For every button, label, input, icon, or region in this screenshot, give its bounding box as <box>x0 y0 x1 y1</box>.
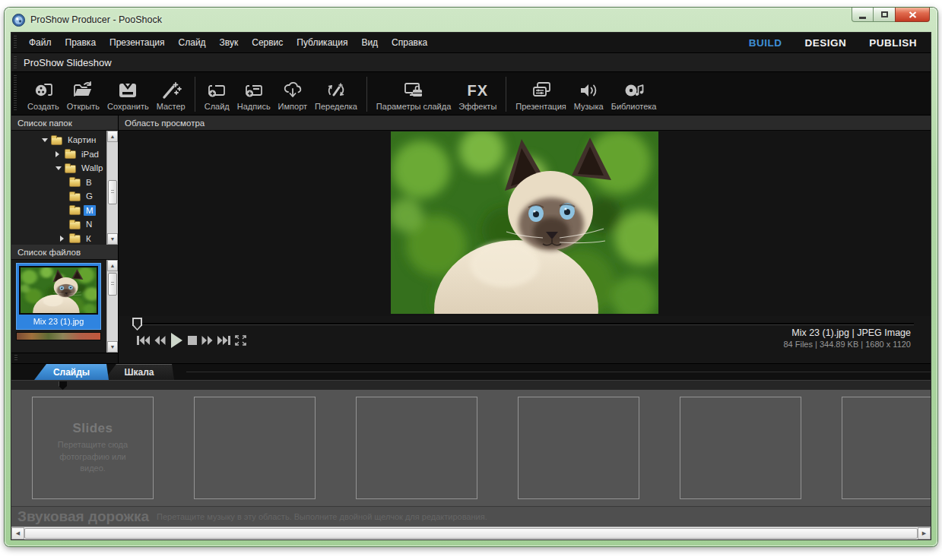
tool-label: Надпись <box>237 102 271 111</box>
menu-publish[interactable]: Публикация <box>290 34 354 51</box>
file-item-selected[interactable]: Mix 23 (1).jpg <box>16 263 101 330</box>
menu-tools[interactable]: Сервис <box>245 34 290 51</box>
scroll-thumb[interactable] <box>24 528 918 539</box>
menu-slide[interactable]: Слайд <box>172 34 213 51</box>
mode-publish[interactable]: PUBLISH <box>869 37 917 49</box>
expander-open-icon[interactable] <box>56 166 63 170</box>
mode-build[interactable]: BUILD <box>749 37 782 49</box>
window-title: ProShow Producer - PooShock <box>30 14 162 25</box>
titlebar[interactable]: ProShow Producer - PooShock <box>5 8 937 32</box>
tool-label: Презентация <box>515 102 566 111</box>
slide-placeholder-5[interactable] <box>680 397 801 499</box>
file-item-partial[interactable] <box>16 332 101 340</box>
scroll-right-icon[interactable]: ▶ <box>918 527 931 539</box>
file-list[interactable]: Mix 23 (1).jpg ▲ ▼ <box>11 260 118 353</box>
save-button[interactable]: Сохранить <box>103 78 153 112</box>
scroll-left-icon[interactable]: ◀ <box>11 527 24 539</box>
main-content: Файл Правка Презентация Слайд Звук Серви… <box>11 32 931 540</box>
maximize-button[interactable] <box>874 8 895 22</box>
maximize-icon <box>881 11 888 17</box>
soundtrack-area[interactable]: Звуковая дорожка Перетащите музыку в эту… <box>11 506 931 527</box>
menu-help[interactable]: Справка <box>385 34 434 51</box>
expander-closed-icon[interactable] <box>56 151 63 157</box>
slide-options-icon <box>402 80 425 101</box>
close-button[interactable] <box>895 8 930 22</box>
tab-slides[interactable]: Слайды <box>34 364 109 380</box>
minimize-icon <box>859 17 866 19</box>
fullscreen-button[interactable] <box>235 335 246 346</box>
slides-placeholder-title: Slides <box>72 421 113 436</box>
tree-item-selected[interactable]: M <box>11 204 118 218</box>
new-show-button[interactable]: Создать <box>24 78 63 112</box>
scroll-thumb[interactable] <box>108 273 117 296</box>
menu-edit[interactable]: Правка <box>59 34 103 51</box>
menu-audio[interactable]: Звук <box>213 34 246 51</box>
mode-switcher: BUILD DESIGN PUBLISH <box>749 37 931 49</box>
scroll-down-icon[interactable]: ▼ <box>107 341 118 353</box>
show-options-button[interactable]: Презентация <box>512 78 569 112</box>
folder-icon <box>69 221 81 229</box>
scroll-up-icon[interactable]: ▲ <box>107 260 118 271</box>
panel-resize-grip[interactable] <box>11 353 118 363</box>
add-slide-button[interactable]: Слайд <box>201 78 233 112</box>
open-button[interactable]: Открыть <box>63 78 103 112</box>
folder-icon <box>69 179 81 187</box>
tree-item[interactable]: Картин <box>11 133 118 147</box>
scroll-thumb[interactable] <box>108 180 117 204</box>
fast-forward-button[interactable] <box>201 335 213 346</box>
seek-bar[interactable] <box>135 323 914 325</box>
slide-options-button[interactable]: Параметры слайда <box>373 78 455 112</box>
show-options-icon <box>530 80 553 101</box>
scroll-up-icon[interactable]: ▲ <box>107 131 118 142</box>
slide-placeholder-2[interactable] <box>194 397 316 499</box>
tree-item[interactable]: G <box>11 189 118 204</box>
stop-button[interactable] <box>188 336 197 345</box>
tree-item[interactable]: iPad <box>11 147 118 162</box>
mode-design[interactable]: DESIGN <box>804 37 846 49</box>
tree-item[interactable]: N <box>11 217 118 232</box>
slide-placeholder-6[interactable] <box>842 397 931 499</box>
expander-closed-icon[interactable] <box>60 236 68 242</box>
tree-item[interactable]: B <box>11 176 118 190</box>
horizontal-scrollbar[interactable]: ◀ ▶ <box>11 527 931 539</box>
seek-handle[interactable] <box>132 318 142 331</box>
slides-placeholder-hint: Перетащите сюда фотографию или видео. <box>47 439 138 476</box>
play-button[interactable] <box>170 333 183 348</box>
effects-button[interactable]: FX Эффекты <box>455 78 500 112</box>
slide-position-marker[interactable] <box>59 381 67 390</box>
rewind-button[interactable] <box>154 335 166 346</box>
tool-label: Библиотека <box>611 102 657 111</box>
expander-open-icon[interactable] <box>42 138 49 142</box>
minimize-button[interactable] <box>852 8 874 22</box>
wizard-button[interactable]: Мастер <box>153 78 189 112</box>
remix-button[interactable]: Переделка <box>311 78 361 112</box>
tool-label: Музыка <box>574 102 604 111</box>
slide-placeholder-1[interactable]: Slides Перетащите сюда фотографию или ви… <box>32 397 154 499</box>
workspace: Список папок Картин iPad <box>11 115 931 363</box>
import-button[interactable]: Импорт <box>274 78 311 112</box>
music-button[interactable]: Музыка <box>570 78 607 112</box>
tree-item[interactable]: К <box>11 232 118 245</box>
slide-list: Slides Перетащите сюда фотографию или ви… <box>11 390 931 506</box>
slide-placeholder-4[interactable] <box>518 397 639 499</box>
add-caption-icon <box>243 80 265 101</box>
menu-show[interactable]: Презентация <box>103 34 172 51</box>
open-icon <box>71 80 94 101</box>
folder-tree[interactable]: Картин iPad Wallp B <box>11 131 118 245</box>
tree-item[interactable]: Wallp <box>11 161 118 176</box>
tab-timeline[interactable]: Шкала <box>104 364 174 380</box>
file-list-scrollbar[interactable]: ▲ ▼ <box>106 260 118 353</box>
skip-end-button[interactable] <box>217 335 230 346</box>
folder-tree-scrollbar[interactable]: ▲ ▼ <box>106 131 118 245</box>
scroll-down-icon[interactable]: ▼ <box>107 233 118 245</box>
skip-start-button[interactable] <box>137 335 150 346</box>
save-icon <box>116 80 139 101</box>
fx-icon: FX <box>468 80 489 101</box>
menu-view[interactable]: Вид <box>354 34 385 51</box>
library-button[interactable]: Библиотека <box>607 78 661 112</box>
left-panel: Список папок Картин iPad <box>11 115 119 363</box>
add-caption-button[interactable]: Надпись <box>233 78 274 112</box>
tool-label: Параметры слайда <box>376 102 451 111</box>
menu-file[interactable]: Файл <box>22 34 59 51</box>
slide-placeholder-3[interactable] <box>356 397 477 499</box>
